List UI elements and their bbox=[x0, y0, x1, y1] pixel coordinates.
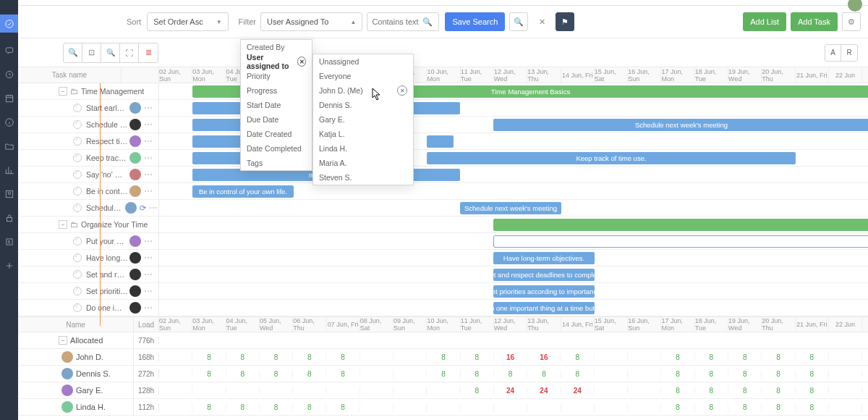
filter-option[interactable]: Tags bbox=[241, 156, 312, 170]
filter-option[interactable]: Created By bbox=[241, 40, 312, 54]
expand-icon[interactable]: ⛶ bbox=[120, 43, 139, 62]
task-checkbox[interactable] bbox=[73, 170, 82, 179]
user-option[interactable]: Katja L. bbox=[313, 127, 413, 141]
task-checkbox[interactable] bbox=[73, 303, 82, 312]
a-button[interactable]: A bbox=[825, 45, 841, 61]
gantt-bar[interactable]: Set and respect deadlines to complete bbox=[493, 269, 595, 281]
sidebar-folder-icon[interactable] bbox=[4, 140, 15, 152]
task-checkbox[interactable] bbox=[73, 187, 82, 196]
gantt-bar[interactable]: Set priorities according to importance bbox=[493, 285, 595, 298]
filter-option[interactable]: Due Date bbox=[241, 112, 312, 127]
gantt-bar[interactable] bbox=[493, 219, 868, 231]
more-icon[interactable]: ⋯ bbox=[144, 153, 153, 163]
sidebar-chat-icon[interactable] bbox=[4, 45, 15, 56]
expand-toggle[interactable]: − bbox=[59, 220, 67, 229]
filter-option[interactable]: User assigned to✕ bbox=[241, 54, 312, 69]
expand-toggle[interactable]: − bbox=[59, 87, 67, 96]
clear-button[interactable]: ✕ bbox=[532, 12, 551, 31]
user-option[interactable]: Everyone bbox=[313, 69, 413, 83]
zoom-out-icon[interactable]: 🔍 bbox=[101, 43, 120, 62]
task-checkbox[interactable] bbox=[73, 120, 82, 129]
more-icon[interactable]: ⋯ bbox=[144, 269, 153, 280]
user-avatar[interactable] bbox=[61, 351, 73, 363]
add-list-button[interactable]: Add List bbox=[743, 12, 786, 31]
gantt-bar[interactable] bbox=[427, 135, 454, 148]
more-icon[interactable]: ⋯ bbox=[144, 136, 153, 146]
user-option[interactable]: Dennis S. bbox=[313, 98, 413, 112]
settings-button[interactable]: ⚙ bbox=[842, 12, 861, 31]
user-option[interactable]: Gary E. bbox=[313, 112, 413, 127]
save-search-button[interactable]: Save Search bbox=[445, 12, 505, 31]
sidebar-chart-icon[interactable] bbox=[4, 164, 15, 176]
assignee-avatar[interactable] bbox=[129, 285, 141, 297]
task-checkbox[interactable] bbox=[73, 253, 82, 262]
more-icon[interactable]: ⋯ bbox=[144, 253, 153, 263]
sidebar-info-icon[interactable] bbox=[4, 117, 15, 128]
sort-select[interactable]: Set Order Asc ▼ bbox=[147, 12, 228, 31]
assignee-avatar[interactable] bbox=[129, 135, 141, 147]
zoom-icon[interactable]: 🔍 bbox=[64, 43, 82, 62]
gantt-bar[interactable]: Keep track of time use. bbox=[427, 152, 796, 164]
sidebar-calendar-icon[interactable] bbox=[4, 93, 15, 104]
task-checkbox[interactable] bbox=[73, 203, 82, 212]
user-avatar[interactable] bbox=[61, 401, 73, 413]
more-icon[interactable]: ⋯ bbox=[144, 169, 153, 180]
gantt-bar[interactable] bbox=[493, 235, 868, 248]
more-icon[interactable]: ⋯ bbox=[149, 203, 158, 213]
flag-button[interactable]: ⚑ bbox=[556, 12, 574, 31]
expand-toggle[interactable]: − bbox=[59, 336, 67, 345]
more-icon[interactable]: ⋯ bbox=[144, 236, 153, 246]
clear-icon[interactable]: ✕ bbox=[297, 56, 306, 67]
more-icon[interactable]: ⋯ bbox=[144, 303, 153, 313]
assignee-avatar[interactable] bbox=[129, 269, 141, 280]
search-icon-button[interactable]: 🔍 bbox=[509, 12, 528, 31]
assignee-avatar[interactable] bbox=[129, 102, 141, 114]
user-avatar[interactable] bbox=[61, 368, 73, 379]
assignee-avatar[interactable] bbox=[129, 235, 141, 247]
assignee-avatar[interactable] bbox=[129, 119, 141, 130]
filter-option[interactable]: Date Created bbox=[241, 127, 312, 141]
gantt-bar[interactable]: Be in control of your own life. bbox=[192, 185, 294, 198]
assignee-avatar[interactable] bbox=[129, 252, 141, 264]
gantt-bar[interactable]: Have long-term objectives. bbox=[493, 252, 595, 264]
task-checkbox[interactable] bbox=[73, 237, 82, 245]
task-checkbox[interactable] bbox=[73, 137, 82, 146]
user-avatar[interactable] bbox=[61, 385, 73, 396]
user-option[interactable]: Maria A. bbox=[313, 156, 413, 170]
user-option[interactable]: Unassigned bbox=[313, 54, 413, 69]
assignee-avatar[interactable] bbox=[129, 185, 141, 197]
task-checkbox[interactable] bbox=[73, 270, 82, 279]
clear-icon[interactable]: ✕ bbox=[397, 85, 407, 96]
gantt-bar[interactable]: Do one important thing at a time but m bbox=[493, 302, 595, 314]
filter-option[interactable]: Date Completed bbox=[241, 141, 312, 156]
filter-option[interactable]: Priority bbox=[241, 69, 312, 83]
task-checkbox[interactable] bbox=[73, 287, 82, 295]
refresh-icon[interactable]: ⟳ bbox=[140, 203, 146, 213]
sidebar-check-icon[interactable] bbox=[0, 14, 18, 33]
sidebar-money-icon[interactable]: $ bbox=[4, 236, 15, 248]
more-icon[interactable]: ⋯ bbox=[144, 103, 153, 113]
sidebar-add-icon[interactable] bbox=[4, 260, 15, 272]
assignee-avatar[interactable] bbox=[125, 202, 137, 214]
sidebar-contact-icon[interactable] bbox=[4, 188, 15, 200]
filter-option[interactable]: Start Date bbox=[241, 98, 312, 112]
sidebar-lock-icon[interactable] bbox=[4, 212, 15, 224]
more-icon[interactable]: ⋯ bbox=[144, 186, 153, 196]
search-input[interactable]: 🔍 bbox=[367, 12, 439, 31]
gantt-icon[interactable]: ≣ bbox=[139, 43, 158, 62]
task-checkbox[interactable] bbox=[73, 154, 82, 162]
focus-icon[interactable]: ⊡ bbox=[82, 43, 101, 62]
filter-select[interactable]: User Assigned To ▲ bbox=[260, 12, 362, 31]
add-task-button[interactable]: Add Task bbox=[791, 12, 838, 31]
assignee-avatar[interactable] bbox=[129, 152, 141, 164]
user-option[interactable]: John D. (Me)✕ bbox=[313, 83, 413, 98]
assignee-avatar[interactable] bbox=[129, 302, 141, 314]
gantt-bar[interactable]: Schedule next week's meeting bbox=[460, 202, 561, 214]
gantt-bar[interactable]: Schedule next week's meeting bbox=[493, 119, 868, 131]
task-checkbox[interactable] bbox=[73, 104, 82, 112]
r-button[interactable]: R bbox=[841, 45, 857, 61]
assignee-avatar[interactable] bbox=[129, 169, 141, 180]
more-icon[interactable]: ⋯ bbox=[144, 119, 153, 130]
more-icon[interactable]: ⋯ bbox=[144, 286, 153, 296]
filter-option[interactable]: Progress bbox=[241, 83, 312, 98]
